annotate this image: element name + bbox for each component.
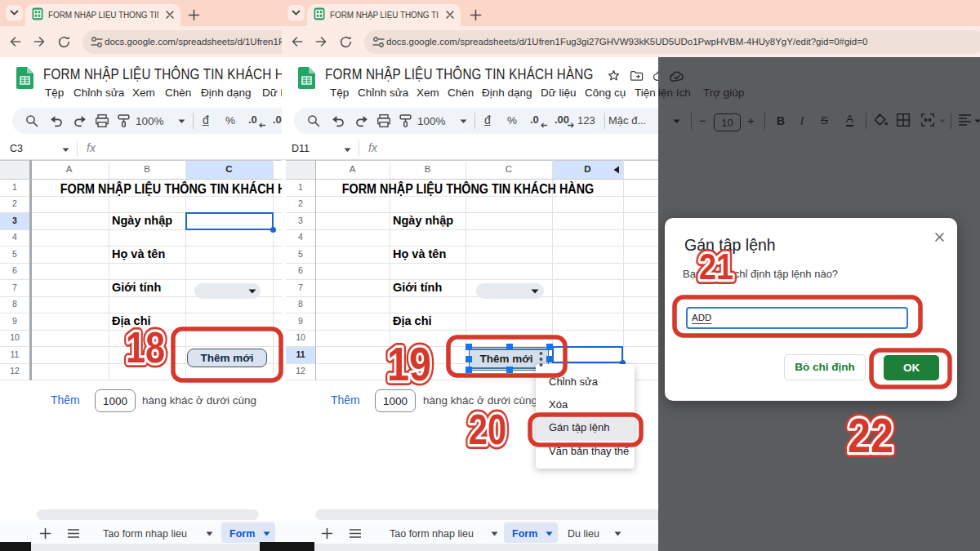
svg-text:20: 20 xyxy=(469,406,506,454)
svg-text:21: 21 xyxy=(699,247,733,287)
svg-text:19: 19 xyxy=(387,338,431,390)
svg-text:22: 22 xyxy=(848,408,893,463)
svg-text:18: 18 xyxy=(126,322,165,371)
